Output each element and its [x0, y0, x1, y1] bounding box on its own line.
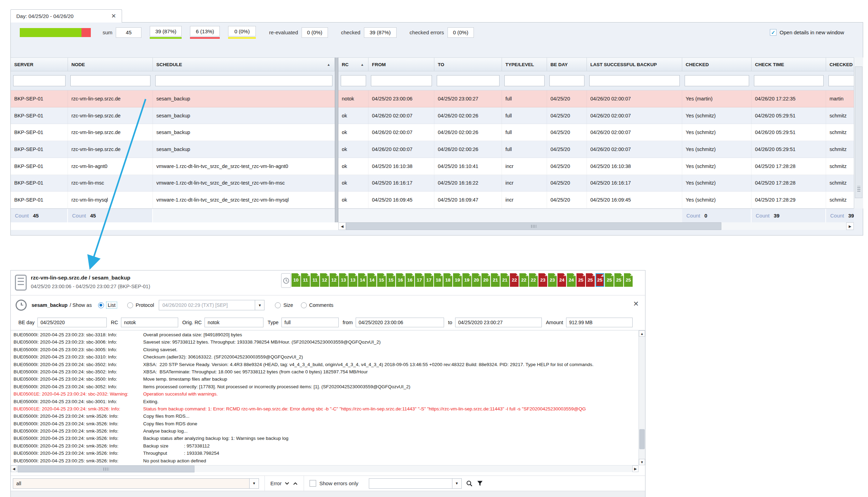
filter-input-server[interactable]	[13, 75, 66, 86]
sort-asc-icon[interactable]: ▲	[327, 63, 330, 66]
day-tile[interactable]: 12	[320, 273, 329, 287]
day-tile[interactable]: 15	[377, 273, 386, 287]
table-row[interactable]: BKP-SEP-01rzc-vm-lin-mysqlvmware-1.rzc-d…	[11, 192, 854, 208]
day-tile[interactable]: 25	[586, 273, 595, 287]
radio-list[interactable]	[98, 302, 104, 308]
day-tile-selected[interactable]: 25	[596, 273, 605, 287]
filter-input-check_time[interactable]	[754, 75, 824, 86]
day-tile[interactable]: 13	[348, 273, 357, 287]
table-row[interactable]: BKP-SEP-01rzc-vm-lin-agnt0vmware-1.rzc-d…	[11, 158, 854, 175]
day-tile[interactable]: 19	[453, 273, 462, 287]
radio-size-label[interactable]: Size	[283, 302, 293, 308]
tab-day[interactable]: Day: 04/25/20 - 04/26/20 ✕	[10, 9, 122, 23]
radio-protocol[interactable]	[127, 302, 133, 308]
filter-input-checked_by[interactable]	[828, 75, 854, 86]
day-tile[interactable]: 18	[434, 273, 443, 287]
day-tile[interactable]: 11	[301, 273, 310, 287]
day-tile[interactable]: 21	[501, 273, 510, 287]
day-tile[interactable]: 24	[567, 273, 576, 287]
scroll-left-button[interactable]: ◀	[11, 465, 17, 472]
show-errors-checkbox[interactable]: ✓ Show errors only	[310, 480, 358, 487]
table-row[interactable]: BKP-SEP-01rzc-vm-lin-sep.srzc.desesam_ba…	[11, 107, 854, 124]
table-horizontal-scrollbar[interactable]: ◀ ▶	[11, 222, 854, 230]
day-tile[interactable]: 22	[510, 273, 519, 287]
day-tile[interactable]: 21	[491, 273, 500, 287]
chevron-down-icon[interactable]: ▼	[452, 479, 461, 488]
day-tile[interactable]: 23	[538, 273, 547, 287]
chevron-down-icon[interactable]: ▼	[255, 300, 264, 310]
day-tile[interactable]: 22	[529, 273, 538, 287]
filter-input-node[interactable]	[70, 75, 150, 86]
filter-input-rc[interactable]	[341, 75, 366, 86]
tab-close-icon[interactable]: ✕	[111, 13, 116, 19]
day-tile[interactable]: 16	[406, 273, 415, 287]
filter-input-from[interactable]	[371, 75, 432, 86]
day-tile[interactable]: 22	[519, 273, 528, 287]
filter-input-be_day[interactable]	[549, 75, 584, 86]
v-scroll-thumb[interactable]	[639, 429, 645, 449]
day-tile[interactable]: 11	[311, 273, 320, 287]
previous-error-button[interactable]	[293, 481, 298, 486]
table-row[interactable]: BKP-SEP-01rzc-vm-lin-sep.srzc.desesam_ba…	[11, 141, 854, 158]
table-row[interactable]: BKP-SEP-01rzc-vm-lin-mscvmware-1.rzc-dt-…	[11, 175, 854, 192]
day-tile[interactable]: 18	[443, 273, 452, 287]
day-tile[interactable]: 15	[387, 273, 396, 287]
radio-comments-label[interactable]: Comments	[309, 302, 333, 308]
frozen-column-split[interactable]	[335, 57, 338, 222]
col-header-type[interactable]: TYPE/LEVEL	[502, 58, 547, 71]
col-header-schedule[interactable]: SCHEDULE▲	[153, 58, 335, 71]
scroll-right-button[interactable]: ▶	[632, 465, 639, 472]
col-header-check_time[interactable]: CHECK TIME	[752, 58, 826, 71]
filter-input-checked[interactable]	[685, 75, 749, 86]
chevron-down-icon[interactable]: ▼	[249, 479, 259, 488]
col-header-checked_by[interactable]: CHECKED BY	[826, 58, 854, 71]
day-tile[interactable]: 10	[292, 273, 301, 287]
col-header-server[interactable]: SERVER	[11, 58, 68, 71]
filter-input-type[interactable]	[504, 75, 545, 86]
day-tile[interactable]: 19	[462, 273, 471, 287]
day-tile[interactable]: 23	[548, 273, 557, 287]
radio-comments[interactable]	[301, 302, 307, 308]
day-tile[interactable]: 16	[396, 273, 405, 287]
day-tile[interactable]: 24	[557, 273, 566, 287]
range-select[interactable]: all ▼	[13, 478, 259, 489]
col-header-be_day[interactable]: BE DAY	[547, 58, 587, 71]
sort-asc-icon[interactable]: ▲	[361, 63, 364, 66]
day-tile[interactable]: 17	[424, 273, 433, 287]
log-horizontal-scrollbar[interactable]: ◀ ▶	[11, 465, 639, 472]
scroll-down-button[interactable]: ▼	[639, 459, 645, 465]
col-header-node[interactable]: NODE	[68, 58, 153, 71]
day-tile[interactable]: 25	[624, 273, 633, 287]
scroll-right-button[interactable]: ▶	[846, 222, 854, 230]
table-row[interactable]: BKP-SEP-01rzc-vm-lin-sep.srzc.desesam_ba…	[11, 124, 854, 141]
search-icon[interactable]	[466, 480, 473, 487]
table-vertical-scrollbar[interactable]: ▲ ▼	[854, 57, 863, 208]
filter-icon[interactable]	[477, 480, 483, 487]
radio-protocol-label[interactable]: Protocol	[136, 302, 154, 308]
col-header-rc[interactable]: RC▲	[338, 58, 368, 71]
day-tile[interactable]: 25	[576, 273, 585, 287]
detail-close-icon[interactable]: ✕	[633, 300, 639, 307]
day-tile[interactable]: 25	[605, 273, 614, 287]
col-header-to[interactable]: TO	[434, 58, 502, 71]
day-tile[interactable]: 14	[358, 273, 367, 287]
filter-input-to[interactable]	[437, 75, 500, 86]
table-row[interactable]: BKP-SEP-01rzc-vm-lin-sep.srzc.desesam_ba…	[11, 90, 854, 107]
filter-input-last_backup[interactable]	[589, 75, 680, 86]
day-tile[interactable]: 25	[614, 273, 623, 287]
day-tile[interactable]: 20	[472, 273, 481, 287]
v-scroll-thumb[interactable]	[855, 66, 862, 198]
day-tile[interactable]: 17	[415, 273, 424, 287]
log-search-select[interactable]: ▼	[369, 478, 462, 489]
day-tile[interactable]: 20	[481, 273, 491, 287]
scroll-left-button[interactable]: ◀	[338, 222, 346, 230]
radio-list-label[interactable]: List	[106, 302, 117, 308]
day-tile[interactable]: 12	[330, 273, 339, 287]
next-error-button[interactable]	[284, 481, 290, 486]
day-tile[interactable]: 14	[367, 273, 376, 287]
h-scroll-thumb[interactable]	[346, 222, 721, 230]
log-vertical-scrollbar[interactable]: ▲ ▼	[639, 330, 645, 465]
h-scroll-thumb[interactable]	[18, 465, 194, 472]
day-tile[interactable]: 13	[339, 273, 348, 287]
filter-input-schedule[interactable]	[155, 75, 332, 86]
